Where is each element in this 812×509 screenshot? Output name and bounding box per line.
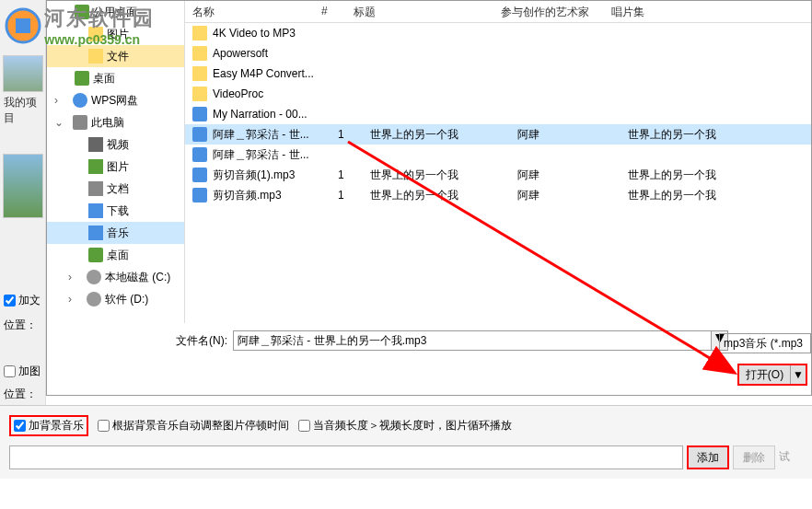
- tree-item-public-desktop[interactable]: 公用桌面: [47, 1, 184, 23]
- tree-item-label: 音乐: [107, 222, 129, 244]
- filter-dropdown[interactable]: mp3音乐 (*.mp3: [719, 333, 811, 353]
- chevron-icon: ›: [54, 89, 64, 111]
- file-album: 世界上的另一个我: [628, 188, 766, 203]
- file-title: 世界上的另一个我: [370, 127, 517, 143]
- tree-item-label: 本地磁盘 (C:): [105, 266, 170, 288]
- file-row[interactable]: My Narration - 00...: [185, 104, 811, 124]
- file-title: 世界上的另一个我: [370, 188, 517, 203]
- icon-desktop-icon: [75, 71, 89, 86]
- add-button[interactable]: 添加: [687, 445, 729, 469]
- file-num: 1: [338, 168, 370, 181]
- icon-desktop-icon: [75, 5, 89, 19]
- chevron-icon: ⌄: [54, 111, 64, 133]
- file-num: 1: [338, 128, 370, 141]
- file-name: Apowersoft: [213, 47, 338, 60]
- file-row[interactable]: Easy M4P Convert...: [185, 64, 811, 84]
- tree-item-downloads[interactable]: 下载: [47, 200, 184, 222]
- file-dialog: 公用桌面图片文件桌面›WPS网盘⌄此电脑视频图片文档下载音乐桌面›本地磁盘 (C…: [46, 0, 812, 396]
- tree-item-images[interactable]: 图片: [47, 23, 184, 45]
- tree-item-pictures[interactable]: 图片: [47, 156, 184, 178]
- file-name: VideoProc: [213, 87, 338, 100]
- file-name: Easy M4P Convert...: [213, 67, 338, 80]
- auto-adjust-checkbox[interactable]: 根据背景音乐自动调整图片停顿时间: [98, 418, 289, 434]
- icon-cloud-icon: [73, 93, 87, 108]
- open-button[interactable]: 打开(O) ▼: [737, 364, 807, 386]
- file-name: 剪切音频.mp3: [213, 188, 338, 203]
- tree-item-this-pc[interactable]: ⌄此电脑: [47, 111, 184, 133]
- preview-thumb-icon: [3, 154, 43, 218]
- file-row[interactable]: 剪切音频(1).mp3 1 世界上的另一个我 阿肆 世界上的另一个我: [185, 165, 811, 185]
- file-row[interactable]: 阿肆＿郭采洁 - 世...: [185, 145, 811, 165]
- file-row[interactable]: Apowersoft: [185, 43, 811, 64]
- folder-icon: [192, 46, 207, 61]
- audio-icon: [192, 147, 207, 162]
- file-album: 世界上的另一个我: [628, 127, 766, 143]
- tree-item-wps[interactable]: ›WPS网盘: [47, 89, 184, 111]
- tree-item-label: 视频: [107, 133, 129, 156]
- icon-computer-icon: [73, 115, 87, 130]
- audio-icon: [192, 188, 207, 202]
- col-title[interactable]: 标题: [346, 1, 493, 22]
- col-album[interactable]: 唱片集: [604, 1, 742, 22]
- file-row[interactable]: 4K Video to MP3: [185, 23, 811, 43]
- add-text-checkbox[interactable]: 加文: [4, 293, 41, 308]
- filename-input[interactable]: [233, 330, 712, 351]
- add-image-chk[interactable]: [4, 365, 16, 377]
- icon-disk-icon: [87, 270, 101, 284]
- file-row[interactable]: 剪切音频.mp3 1 世界上的另一个我 阿肆 世界上的另一个我: [185, 185, 811, 205]
- file-row[interactable]: VideoProc: [185, 84, 811, 104]
- tree-item-label: 下载: [107, 200, 129, 222]
- list-header: 名称 # 标题 参与创作的艺术家 唱片集: [185, 1, 811, 23]
- tree-item-music[interactable]: 音乐: [47, 222, 184, 244]
- loop-checkbox[interactable]: 当音频长度＞视频长度时，图片循环播放: [298, 418, 512, 434]
- tree-item-disk-d[interactable]: ›软件 (D:): [47, 288, 184, 310]
- audio-icon: [192, 168, 207, 182]
- audio-icon: [192, 107, 207, 121]
- tree-item-desktop[interactable]: 桌面: [47, 67, 184, 89]
- file-artist: 阿肆: [517, 188, 628, 203]
- tree-item-desktop2[interactable]: 桌面: [47, 244, 184, 266]
- add-text-chk[interactable]: [4, 295, 16, 307]
- icon-folder-yellow-icon: [88, 27, 103, 41]
- file-name: 4K Video to MP3: [213, 27, 338, 40]
- add-image-checkbox[interactable]: 加图: [4, 364, 41, 379]
- file-album: 世界上的另一个我: [628, 168, 766, 183]
- folder-icon: [192, 26, 207, 40]
- icon-doc-icon: [88, 181, 103, 196]
- project-label: 我的项目: [4, 95, 41, 126]
- col-num[interactable]: #: [314, 1, 346, 22]
- tree-item-files[interactable]: 文件: [47, 45, 184, 67]
- tree-item-label: 软件 (D:): [105, 288, 148, 310]
- folder-tree: 公用桌面图片文件桌面›WPS网盘⌄此电脑视频图片文档下载音乐桌面›本地磁盘 (C…: [47, 1, 185, 323]
- position-label: 位置：: [4, 318, 37, 333]
- open-button-dropdown-icon[interactable]: ▼: [791, 365, 806, 384]
- delete-button[interactable]: 删除: [733, 445, 775, 469]
- file-name: My Narration - 00...: [213, 108, 338, 121]
- tree-item-documents[interactable]: 文档: [47, 178, 184, 200]
- filename-row: 文件名(N): ⯆: [47, 328, 811, 353]
- tree-item-label: 公用桌面: [93, 1, 137, 23]
- tree-item-videos[interactable]: 视频: [47, 133, 184, 156]
- icon-folder-yellow-icon: [88, 49, 103, 64]
- tree-item-label: 桌面: [93, 67, 115, 89]
- icon-image-icon: [88, 159, 103, 174]
- tree-item-label: 此电脑: [91, 111, 124, 133]
- filename-label: 文件名(N):: [176, 333, 227, 349]
- icon-disk-icon: [87, 292, 101, 307]
- icon-music-icon: [88, 226, 103, 240]
- open-button-label[interactable]: 打开(O): [739, 365, 791, 384]
- folder-icon: [192, 87, 207, 101]
- music-path-input[interactable]: [9, 445, 683, 469]
- col-name[interactable]: 名称: [185, 1, 314, 22]
- col-artist[interactable]: 参与创作的艺术家: [493, 1, 604, 22]
- folder-icon: [192, 66, 207, 81]
- file-list: 4K Video to MP3 Apowersoft Easy M4P Conv…: [185, 23, 811, 321]
- tree-item-disk-c[interactable]: ›本地磁盘 (C:): [47, 266, 184, 288]
- file-row[interactable]: 阿肆＿郭采洁 - 世... 1 世界上的另一个我 阿肆 世界上的另一个我: [185, 124, 811, 145]
- position2-label: 位置：: [4, 387, 37, 402]
- add-bg-music-checkbox[interactable]: 加背景音乐: [9, 415, 88, 436]
- left-panel: 我的项目: [0, 0, 46, 405]
- tree-item-label: 图片: [107, 23, 129, 45]
- file-name: 阿肆＿郭采洁 - 世...: [213, 127, 338, 143]
- try-button[interactable]: 试: [779, 445, 803, 469]
